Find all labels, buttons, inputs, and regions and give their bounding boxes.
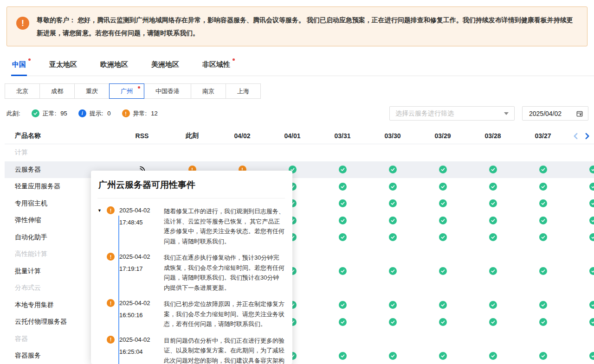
status-cell	[368, 233, 418, 241]
check-circle-icon	[439, 199, 447, 207]
status-cell	[468, 217, 518, 224]
status-cell	[418, 267, 468, 275]
region-tab-4[interactable]: 非区域性	[201, 60, 231, 76]
date-picker-value: 2025/04/02	[529, 110, 562, 117]
check-circle-icon	[339, 318, 347, 326]
status-cell	[468, 267, 518, 275]
status-cell	[368, 166, 418, 173]
city-tab-5[interactable]: 南京	[191, 83, 226, 99]
timeline-event-3: !2025-04-0216:25:04目前问题仍在分析中，我们正在进行更多的验证…	[97, 336, 285, 364]
status-cell	[418, 217, 468, 224]
status-cell	[368, 352, 418, 360]
check-circle-icon	[439, 267, 447, 275]
check-circle-icon	[539, 352, 547, 360]
service-filter-select[interactable]: 选择云服务进行筛选	[389, 106, 515, 121]
region-tab-2[interactable]: 欧洲地区	[99, 60, 129, 76]
region-tab-label: 中国	[12, 60, 26, 68]
status-cell	[568, 217, 594, 224]
region-tab-1[interactable]: 亚太地区	[48, 60, 78, 76]
check-circle-icon	[489, 183, 497, 191]
timeline-event-2: !2025-04-0216:50:16我们已初步定位故障原因，并正在制定修复方案…	[97, 299, 285, 329]
check-circle-icon	[489, 301, 497, 309]
check-circle-icon	[589, 233, 594, 241]
status-summary-item-value: 12	[151, 110, 157, 117]
region-tab-3[interactable]: 美洲地区	[150, 60, 180, 76]
popup-arrow	[187, 171, 196, 175]
region-tab-label: 非区域性	[202, 60, 230, 68]
chevron-left-icon[interactable]	[573, 133, 579, 140]
chevron-right-icon[interactable]	[584, 133, 590, 140]
city-tab-2[interactable]: 重庆	[74, 83, 110, 99]
check-circle-icon	[589, 352, 594, 360]
check-circle-icon	[389, 318, 397, 326]
status-cell	[518, 301, 568, 309]
status-cell	[568, 301, 594, 309]
check-circle-icon	[339, 301, 347, 309]
table-category-row: 计算	[5, 144, 594, 161]
table-header-cell-6: 03/30	[368, 132, 418, 140]
status-summary-item-label: 正常:	[43, 109, 57, 118]
warning-circle-icon: !	[16, 17, 29, 30]
check-circle-icon	[339, 183, 347, 191]
check-circle-icon	[389, 267, 397, 275]
event-time: 17:48:45	[119, 218, 164, 226]
city-tab-3[interactable]: 广州	[109, 83, 144, 99]
event-date: 2025-04-02	[119, 206, 164, 214]
status-cell	[317, 217, 368, 224]
check-circle-icon	[439, 183, 447, 191]
check-circle-icon	[339, 166, 347, 173]
check-circle-icon	[489, 199, 497, 207]
city-tab-label: 北京	[16, 87, 28, 96]
status-cell	[568, 199, 594, 207]
status-summary: 此刻: 正常:95i提示:0!异常:12	[6, 109, 158, 118]
check-circle-icon	[489, 233, 497, 241]
availability-event-popup: 广州云服务器可用性事件 ▼!2025-04-0217:48:45随着修复工作的进…	[91, 171, 292, 364]
check-circle-icon	[589, 318, 594, 326]
region-tab-0[interactable]: 中国	[11, 60, 27, 76]
status-cell	[368, 318, 418, 326]
check-circle-icon	[589, 267, 594, 275]
region-tab-label: 亚太地区	[49, 60, 77, 68]
city-tab-0[interactable]: 北京	[5, 83, 40, 99]
status-cell	[518, 166, 568, 173]
city-tab-1[interactable]: 成都	[39, 83, 75, 99]
check-circle-icon	[489, 318, 497, 326]
check-circle-icon	[589, 217, 594, 224]
triangle-down-icon[interactable]: ▼	[97, 206, 107, 213]
table-header-cell-4: 04/01	[267, 132, 317, 140]
check-circle-icon	[339, 352, 347, 360]
check-circle-icon	[589, 166, 594, 173]
check-circle-icon	[539, 318, 547, 326]
check-circle-icon	[539, 301, 547, 309]
city-tab-label: 广州	[121, 87, 133, 96]
check-circle-icon	[589, 301, 594, 309]
notification-dot	[232, 58, 235, 61]
date-picker[interactable]: 2025/04/02	[522, 106, 588, 121]
event-description: 目前问题仍在分析中，我们正在进行更多的验证、以及制定修复方案。在此期间，为了减轻…	[164, 336, 285, 364]
status-cell	[568, 267, 594, 275]
status-cell	[418, 233, 468, 241]
table-header-cell-7: 03/29	[418, 132, 468, 140]
status-cell	[518, 267, 568, 275]
status-cell	[368, 217, 418, 224]
status-summary-item-1: i提示:0	[78, 109, 111, 118]
status-summary-item-value: 95	[60, 110, 67, 117]
status-cell	[317, 199, 368, 207]
city-tab-4[interactable]: 中国香港	[144, 83, 191, 99]
check-circle-icon	[439, 318, 447, 326]
status-cell	[317, 267, 368, 275]
status-cell	[518, 318, 568, 326]
check-circle-icon	[489, 267, 497, 275]
status-summary-item-value: 0	[107, 110, 110, 117]
region-tab-label: 美洲地区	[151, 60, 179, 68]
status-cell	[468, 352, 518, 360]
status-cell	[568, 183, 594, 191]
table-header-cell-1: RSS	[117, 132, 167, 140]
event-datetime: 2025-04-0217:48:45	[119, 206, 164, 226]
table-header: 产品名称RSS此刻04/0204/0103/3103/3003/2903/280…	[5, 128, 594, 144]
check-circle-icon	[389, 199, 397, 207]
city-tab-6[interactable]: 上海	[226, 83, 261, 99]
check-circle-icon	[439, 217, 447, 224]
check-circle-icon	[489, 166, 497, 173]
status-cell	[368, 199, 418, 207]
